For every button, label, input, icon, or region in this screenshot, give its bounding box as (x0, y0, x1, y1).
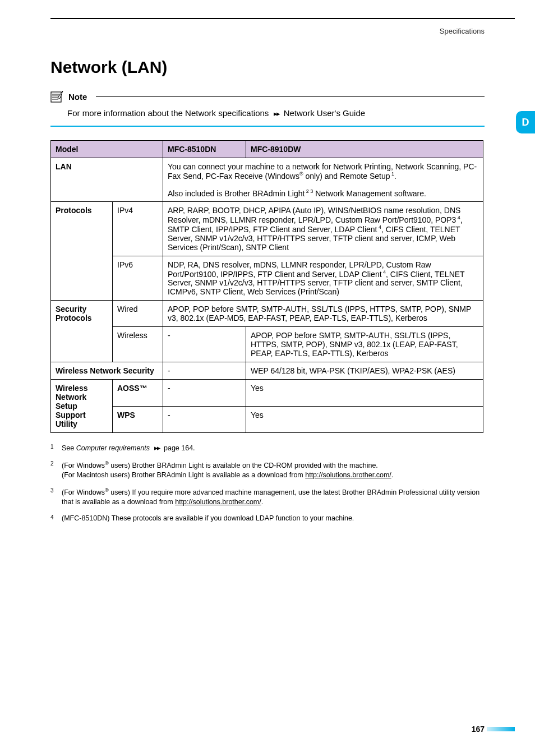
ipv6-text: NDP, RA, DNS resolver, mDNS, LLMNR respo… (163, 256, 483, 301)
aoss-c2: Yes (246, 380, 483, 407)
row-ipv6: IPv6 NDP, RA, DNS resolver, mDNS, LLMNR … (51, 256, 483, 301)
arrow-icon (271, 108, 282, 118)
head-c2: MFC-8910DW (246, 141, 483, 158)
footnote-4: 4 (MFC-8510DN) These protocols are avail… (50, 514, 485, 523)
aoss-c1: - (163, 380, 246, 407)
sup-4c: 4 (382, 269, 386, 275)
wns-label: Wireless Network Security (51, 362, 163, 380)
table-head-row: Model MFC-8510DN MFC-8910DW (51, 141, 483, 158)
footnote-3: 3 (For Windows® users) If you require mo… (50, 487, 485, 507)
note-block: Note For more information about the Netw… (50, 90, 485, 118)
fn1-italic: Computer requirements (76, 444, 150, 452)
sup-4b: 4 (377, 224, 382, 230)
wireless-c1: - (163, 327, 246, 362)
row-sec-wired: Security Protocols Wired APOP, POP befor… (51, 301, 483, 327)
lan-line2a: Also included is Brother BRAdmin Light (168, 188, 305, 197)
arrow-icon (152, 444, 162, 452)
spec-table: Model MFC-8510DN MFC-8910DW LAN You can … (50, 140, 483, 433)
row-lan: LAN You can connect your machine to a ne… (51, 158, 483, 202)
sup-23: 2 3 (305, 188, 313, 194)
wired-text: APOP, POP before SMTP, SMTP-AUTH, SSL/TL… (163, 301, 483, 327)
fn2-period: . (391, 471, 393, 479)
footnote-1: 1 See Computer requirements page 164. (50, 443, 485, 453)
fn4-text: (MFC-8510DN) These protocols are availab… (62, 514, 354, 523)
note-text-a: For more information about the Network s… (67, 108, 271, 118)
head-c1: MFC-8510DN (163, 141, 246, 158)
ipv6-label: IPv6 (113, 256, 163, 301)
note-text: For more information about the Network s… (67, 108, 485, 118)
fn3-a: (For Windows (62, 488, 105, 496)
fn1-b: page 164. (162, 444, 195, 452)
fn2-l1b: users) Brother BRAdmin Light is availabl… (109, 462, 378, 469)
wireless-c2: APOP, POP before SMTP, SMTP-AUTH, SSL/TL… (246, 327, 483, 362)
row-aoss: Wireless Network Setup Support Utility A… (51, 380, 483, 407)
footnote-2: 2 (For Windows® users) Brother BRAdmin L… (50, 460, 485, 480)
top-rule (50, 18, 515, 19)
page-number: 167 (472, 725, 485, 734)
wps-label: WPS (113, 406, 163, 433)
aoss-label: AOSS™ (113, 380, 163, 407)
fn2-link[interactable]: http://solutions.brother.com/ (305, 471, 391, 479)
reg-sup: ® (299, 171, 303, 177)
ipv4-text: ARP, RARP, BOOTP, DHCP, APIPA (Auto IP),… (163, 202, 483, 256)
row-wns: Wireless Network Security - WEP 64/128 b… (51, 362, 483, 380)
wps-c2: Yes (246, 406, 483, 433)
lan-text: You can connect your machine to a networ… (163, 158, 483, 202)
lan-line1b: only) and Remote Setup (303, 172, 390, 181)
note-label: Note (68, 92, 87, 102)
lan-period: . (394, 172, 396, 181)
sup-4a: 4 (456, 215, 460, 220)
fn2-l2: (For Macintosh users) Brother BRAdmin Li… (62, 471, 305, 479)
lan-label: LAN (51, 158, 163, 202)
side-tab: D (516, 111, 535, 133)
header-label: Specifications (0, 27, 485, 35)
fn3-num: 3 (50, 487, 56, 507)
row-sec-wireless: Wireless - APOP, POP before SMTP, SMTP-A… (51, 327, 483, 362)
sup-1: 1 (390, 171, 394, 177)
fn2-l1a: (For Windows (62, 462, 105, 469)
footnotes: 1 See Computer requirements page 164. 2 … (50, 443, 485, 523)
head-model: Model (51, 141, 163, 158)
fn2-reg: ® (105, 460, 109, 466)
wired-label: Wired (113, 301, 163, 327)
page-title: Network (LAN) (50, 58, 535, 77)
fn3-period: . (261, 498, 263, 506)
note-icon (50, 90, 64, 103)
wns-c2: WEP 64/128 bit, WPA-PSK (TKIP/AES), WPA2… (246, 362, 483, 380)
note-rule (96, 96, 485, 97)
fn4-num: 4 (50, 514, 56, 523)
wns-c1: - (163, 362, 246, 380)
note-bottom-rule (50, 126, 485, 127)
fn3-b: users) If you require more advanced mach… (62, 488, 479, 506)
fn3-reg: ® (105, 487, 109, 493)
note-text-b: Network User's Guide (282, 108, 366, 118)
row-ipv4: Protocols IPv4 ARP, RARP, BOOTP, DHCP, A… (51, 202, 483, 256)
protocols-label: Protocols (51, 202, 113, 301)
lan-line2b: Network Management software. (313, 188, 426, 197)
fn1-num: 1 (50, 443, 56, 453)
ipv4-a: ARP, RARP, BOOTP, DHCP, APIPA (Auto IP),… (168, 206, 460, 224)
fn2-num: 2 (50, 460, 56, 480)
wsup-label: Wireless Network Setup Support Utility (51, 380, 113, 433)
row-wps: WPS - Yes (51, 406, 483, 433)
page-number-bar (487, 727, 515, 731)
ipv4-label: IPv4 (113, 202, 163, 256)
wireless-label: Wireless (113, 327, 163, 362)
security-label: Security Protocols (51, 301, 113, 362)
wps-c1: - (163, 406, 246, 433)
fn1-a: See (62, 444, 76, 452)
fn3-link[interactable]: http://solutions.brother.com/ (175, 498, 261, 506)
